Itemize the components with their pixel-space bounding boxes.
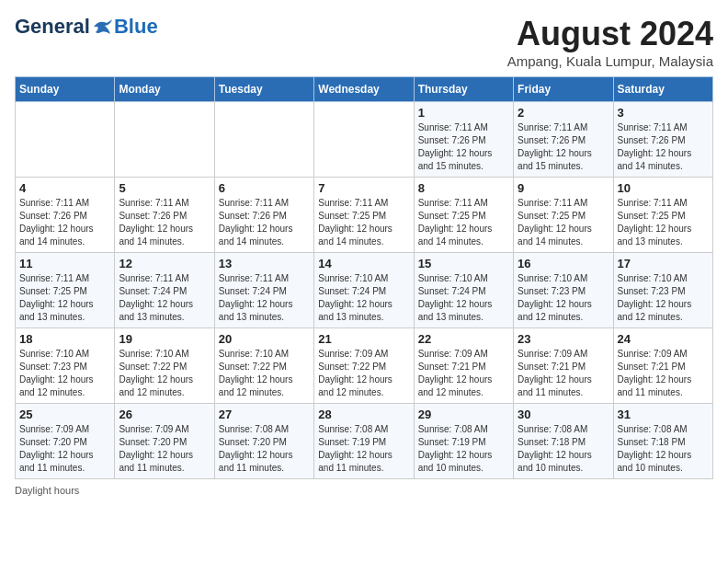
calendar-cell: 23Sunrise: 7:09 AM Sunset: 7:21 PM Dayli… [514,328,613,404]
logo-bird-icon [92,17,114,36]
day-info: Sunrise: 7:08 AM Sunset: 7:18 PM Dayligh… [618,423,709,475]
day-number: 28 [318,408,409,421]
calendar-day-header: Sunday [16,77,115,102]
day-info: Sunrise: 7:11 AM Sunset: 7:26 PM Dayligh… [219,197,310,248]
day-number: 16 [518,257,609,270]
calendar-cell: 5Sunrise: 7:11 AM Sunset: 7:26 PM Daylig… [115,178,214,253]
calendar-cell: 3Sunrise: 7:11 AM Sunset: 7:26 PM Daylig… [613,102,712,178]
calendar-cell: 21Sunrise: 7:09 AM Sunset: 7:22 PM Dayli… [314,328,414,404]
calendar-cell: 13Sunrise: 7:11 AM Sunset: 7:24 PM Dayli… [214,253,313,328]
calendar-cell: 6Sunrise: 7:11 AM Sunset: 7:26 PM Daylig… [214,178,313,253]
day-number: 29 [418,408,509,421]
day-info: Sunrise: 7:09 AM Sunset: 7:22 PM Dayligh… [318,348,409,399]
day-number: 15 [418,257,509,270]
calendar-cell: 12Sunrise: 7:11 AM Sunset: 7:24 PM Dayli… [115,253,214,328]
day-info: Sunrise: 7:10 AM Sunset: 7:23 PM Dayligh… [618,272,709,324]
calendar-cell: 22Sunrise: 7:09 AM Sunset: 7:21 PM Dayli… [414,328,513,404]
calendar-cell: 15Sunrise: 7:10 AM Sunset: 7:24 PM Dayli… [414,253,513,328]
day-number: 26 [119,408,210,421]
day-number: 9 [518,181,609,195]
day-number: 2 [518,106,609,120]
day-number: 17 [618,257,709,270]
calendar-table: SundayMondayTuesdayWednesdayThursdayFrid… [15,76,713,479]
day-info: Sunrise: 7:09 AM Sunset: 7:20 PM Dayligh… [19,423,110,475]
day-info: Sunrise: 7:10 AM Sunset: 7:23 PM Dayligh… [19,348,110,399]
day-info: Sunrise: 7:09 AM Sunset: 7:21 PM Dayligh… [518,348,609,399]
day-info: Sunrise: 7:10 AM Sunset: 7:22 PM Dayligh… [119,348,210,399]
calendar-cell: 31Sunrise: 7:08 AM Sunset: 7:18 PM Dayli… [613,404,712,479]
calendar-cell: 19Sunrise: 7:10 AM Sunset: 7:22 PM Dayli… [115,328,214,404]
calendar-cell: 7Sunrise: 7:11 AM Sunset: 7:25 PM Daylig… [314,178,414,253]
calendar-cell: 26Sunrise: 7:09 AM Sunset: 7:20 PM Dayli… [115,404,214,479]
day-number: 1 [418,106,509,120]
day-number: 8 [418,181,509,195]
footer-note: Daylight hours [15,485,713,496]
day-info: Sunrise: 7:11 AM Sunset: 7:26 PM Dayligh… [418,121,509,173]
calendar-cell: 27Sunrise: 7:08 AM Sunset: 7:20 PM Dayli… [214,404,313,479]
calendar-cell: 16Sunrise: 7:10 AM Sunset: 7:23 PM Dayli… [514,253,613,328]
calendar-week-row: 1Sunrise: 7:11 AM Sunset: 7:26 PM Daylig… [16,102,713,178]
calendar-cell [314,102,414,178]
day-number: 4 [19,181,110,195]
calendar-cell: 25Sunrise: 7:09 AM Sunset: 7:20 PM Dayli… [16,404,115,479]
day-number: 23 [518,332,609,346]
calendar-cell: 20Sunrise: 7:10 AM Sunset: 7:22 PM Dayli… [214,328,313,404]
calendar-day-header: Saturday [613,77,712,102]
day-number: 30 [518,408,609,421]
calendar-cell: 11Sunrise: 7:11 AM Sunset: 7:25 PM Dayli… [16,253,115,328]
day-info: Sunrise: 7:09 AM Sunset: 7:21 PM Dayligh… [618,348,709,399]
day-info: Sunrise: 7:08 AM Sunset: 7:19 PM Dayligh… [418,423,509,475]
calendar-cell: 10Sunrise: 7:11 AM Sunset: 7:25 PM Dayli… [613,178,712,253]
day-info: Sunrise: 7:11 AM Sunset: 7:26 PM Dayligh… [119,197,210,248]
day-number: 25 [19,408,110,421]
day-info: Sunrise: 7:11 AM Sunset: 7:25 PM Dayligh… [618,197,709,248]
calendar-cell: 17Sunrise: 7:10 AM Sunset: 7:23 PM Dayli… [613,253,712,328]
calendar-cell [16,102,115,178]
day-info: Sunrise: 7:11 AM Sunset: 7:25 PM Dayligh… [318,197,409,248]
calendar-week-row: 4Sunrise: 7:11 AM Sunset: 7:26 PM Daylig… [16,178,713,253]
logo-blue-text: Blue [114,15,158,39]
calendar-cell: 24Sunrise: 7:09 AM Sunset: 7:21 PM Dayli… [613,328,712,404]
page-header: General Blue August 2024 Ampang, Kuala L… [15,15,713,69]
calendar-cell: 18Sunrise: 7:10 AM Sunset: 7:23 PM Dayli… [16,328,115,404]
logo: General Blue [15,15,158,39]
day-info: Sunrise: 7:11 AM Sunset: 7:25 PM Dayligh… [518,197,609,248]
day-number: 14 [318,257,409,270]
day-number: 3 [618,106,709,120]
day-number: 12 [119,257,210,270]
calendar-day-header: Wednesday [314,77,414,102]
day-number: 5 [119,181,210,195]
day-info: Sunrise: 7:08 AM Sunset: 7:19 PM Dayligh… [318,423,409,475]
calendar-cell: 14Sunrise: 7:10 AM Sunset: 7:24 PM Dayli… [314,253,414,328]
calendar-cell: 2Sunrise: 7:11 AM Sunset: 7:26 PM Daylig… [514,102,613,178]
day-number: 24 [618,332,709,346]
day-info: Sunrise: 7:10 AM Sunset: 7:24 PM Dayligh… [418,272,509,324]
day-number: 21 [318,332,409,346]
day-info: Sunrise: 7:11 AM Sunset: 7:25 PM Dayligh… [19,272,110,324]
day-number: 20 [219,332,310,346]
calendar-week-row: 11Sunrise: 7:11 AM Sunset: 7:25 PM Dayli… [16,253,713,328]
day-info: Sunrise: 7:11 AM Sunset: 7:26 PM Dayligh… [19,197,110,248]
month-year: August 2024 [507,15,713,53]
day-info: Sunrise: 7:10 AM Sunset: 7:22 PM Dayligh… [219,348,310,399]
day-info: Sunrise: 7:08 AM Sunset: 7:20 PM Dayligh… [219,423,310,475]
day-info: Sunrise: 7:09 AM Sunset: 7:21 PM Dayligh… [418,348,509,399]
calendar-cell: 28Sunrise: 7:08 AM Sunset: 7:19 PM Dayli… [314,404,414,479]
day-number: 22 [418,332,509,346]
day-number: 31 [618,408,709,421]
calendar-day-header: Tuesday [214,77,313,102]
calendar-week-row: 25Sunrise: 7:09 AM Sunset: 7:20 PM Dayli… [16,404,713,479]
calendar-cell: 8Sunrise: 7:11 AM Sunset: 7:25 PM Daylig… [414,178,513,253]
day-info: Sunrise: 7:11 AM Sunset: 7:26 PM Dayligh… [618,121,709,173]
day-number: 18 [19,332,110,346]
title-area: August 2024 Ampang, Kuala Lumpur, Malays… [507,15,713,69]
day-number: 7 [318,181,409,195]
calendar-day-header: Thursday [414,77,513,102]
day-info: Sunrise: 7:11 AM Sunset: 7:25 PM Dayligh… [418,197,509,248]
day-number: 13 [219,257,310,270]
day-number: 27 [219,408,310,421]
calendar-day-header: Friday [514,77,613,102]
day-number: 11 [19,257,110,270]
day-info: Sunrise: 7:08 AM Sunset: 7:18 PM Dayligh… [518,423,609,475]
day-info: Sunrise: 7:11 AM Sunset: 7:26 PM Dayligh… [518,121,609,173]
